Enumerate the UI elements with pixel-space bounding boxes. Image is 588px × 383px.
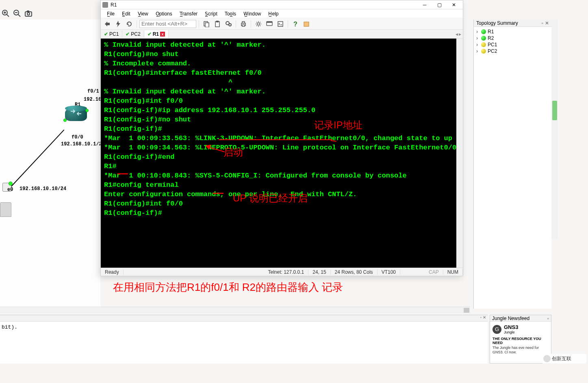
scroll-up-icon[interactable]: [457, 40, 462, 45]
panel-title: Topology Summary: [476, 20, 518, 26]
undock-icon[interactable]: ▫: [480, 315, 482, 321]
tab-pc2[interactable]: ✔PC2: [122, 30, 144, 38]
menu-script[interactable]: S̲cript: [202, 10, 220, 18]
term-line: *Mar 1 00:10:08.843: %SYS-5-CONFIG_I: Co…: [104, 171, 460, 180]
status-dot-icon: [481, 49, 486, 54]
terminal-output[interactable]: % Invalid input detected at '^' marker. …: [101, 39, 463, 268]
expand-icon[interactable]: ›: [476, 48, 480, 54]
term-line: R1(config)#no shut: [104, 50, 460, 59]
expand-icon[interactable]: ›: [476, 42, 480, 48]
zoom-in-icon[interactable]: [1, 9, 11, 18]
term-line: % Invalid input detected at '^' marker.: [104, 40, 460, 50]
help-icon[interactable]: ?: [291, 19, 300, 28]
copy-icon[interactable]: [202, 19, 211, 28]
settings-icon[interactable]: [254, 19, 263, 28]
zoom-out-icon[interactable]: [12, 9, 22, 18]
connect-icon[interactable]: [102, 19, 112, 28]
term-line: % Incomplete command.: [104, 59, 460, 68]
svg-line-5: [18, 14, 20, 17]
tab-label: R1: [153, 31, 159, 37]
close-button[interactable]: ✕: [447, 1, 461, 9]
console-output[interactable]: bit).: [0, 322, 488, 333]
watermark-icon: [543, 355, 551, 362]
session-icon[interactable]: [265, 19, 274, 28]
menu-view[interactable]: V̲iew: [135, 10, 151, 18]
tree-node-r1[interactable]: ›R1: [476, 28, 549, 35]
scroll-down-icon[interactable]: [457, 261, 462, 266]
host-input[interactable]: [139, 20, 196, 28]
tree-node-r2[interactable]: ›R2: [476, 35, 549, 41]
tab-prev-icon[interactable]: ◂: [456, 31, 458, 37]
svg-line-1: [7, 14, 9, 17]
tab-label: PC1: [109, 31, 119, 37]
tab-label: PC2: [131, 31, 140, 37]
svg-point-8: [27, 13, 30, 15]
menu-file[interactable]: F̲ile: [104, 10, 117, 18]
menubar: F̲ile E̲dit V̲iew O̲ptions T̲ransfer S̲c…: [101, 9, 463, 18]
status-cursor: 24, 15: [308, 269, 330, 275]
gns3-icon: G: [493, 325, 501, 334]
console-panel: ▫✕ bit).: [0, 315, 488, 364]
svg-rect-13: [216, 21, 219, 22]
term-line: R1(config-if)#ip address 192.168.10.1 25…: [104, 106, 460, 115]
watermark: 创新互联: [542, 354, 586, 364]
status-size: 24 Rows, 80 Cols: [331, 269, 378, 275]
tab-r1[interactable]: ✔R1x: [144, 30, 169, 38]
print-icon[interactable]: [239, 19, 248, 28]
node-label: R1: [488, 29, 494, 35]
jungle-logo: G GNS3 Jungle: [490, 322, 551, 337]
log-icon[interactable]: [302, 19, 311, 28]
statusbar: Ready Telnet: 127.0.0.1 24, 15 24 Rows, …: [101, 268, 463, 276]
tab-pc1[interactable]: ✔PC1: [101, 30, 122, 38]
menu-tools[interactable]: Too̲ls: [222, 10, 239, 18]
status-caps: CAP: [425, 269, 443, 275]
maximize-button[interactable]: ▢: [432, 1, 447, 9]
close-tab-icon[interactable]: x: [160, 32, 165, 37]
expand-icon[interactable]: ›: [476, 29, 480, 35]
close-panel-icon[interactable]: ✕: [545, 20, 549, 26]
status-dot-icon: [481, 36, 486, 41]
undock-icon[interactable]: ▫: [547, 316, 549, 321]
term-line: % Invalid input detected at '^' marker.: [104, 87, 460, 96]
canvas-horizontal-scrollbar[interactable]: [0, 307, 470, 313]
app-icon: [102, 2, 108, 8]
menu-transfer[interactable]: T̲ransfer: [177, 10, 200, 18]
panel-title: Jungle Newsfeed: [492, 316, 529, 321]
svg-point-19: [257, 23, 260, 25]
svg-rect-17: [242, 22, 245, 23]
securecrt-window: R1 ─ ▢ ✕ F̲ile E̲dit V̲iew O̲ptions T̲ra…: [100, 0, 463, 276]
right-scrollbar[interactable]: [551, 19, 558, 239]
reconnect-icon[interactable]: [124, 19, 134, 28]
svg-rect-21: [267, 22, 272, 23]
script-icon[interactable]: [276, 19, 285, 28]
tree-node-pc1[interactable]: ›PC1: [476, 41, 549, 48]
minimize-button[interactable]: ─: [417, 1, 432, 9]
titlebar[interactable]: R1 ─ ▢ ✕: [101, 0, 463, 9]
iface-label-f00: f0/0: [72, 134, 83, 140]
topology-tree[interactable]: ›R1 ›R2 ›PC1 ›PC2: [474, 27, 551, 56]
console-line: bit).: [2, 324, 17, 330]
router-r1[interactable]: [65, 108, 87, 121]
topology-canvas[interactable]: f0/1 192.168. R1 f0/0 192.168.10.1/24 e0…: [0, 19, 100, 309]
find-icon[interactable]: [223, 19, 233, 28]
window-title: R1: [111, 2, 417, 8]
jungle-headline: THE ONLY RESOURCE YOU NEED: [490, 337, 551, 345]
status-dot-icon: [481, 29, 486, 34]
check-icon: ✔: [126, 31, 130, 37]
menu-edit[interactable]: E̲dit: [119, 10, 133, 18]
iface-dot: [9, 182, 13, 186]
tab-next-icon[interactable]: ▸: [459, 31, 461, 37]
quickconnect-icon[interactable]: [113, 19, 123, 28]
undock-icon[interactable]: ▫: [542, 20, 543, 26]
menu-help[interactable]: H̲elp: [265, 10, 281, 18]
tree-node-pc2[interactable]: ›PC2: [476, 48, 549, 54]
expand-icon[interactable]: ›: [476, 35, 480, 41]
screenshot-icon[interactable]: [24, 9, 33, 18]
net-label-mid: 192.168.10.1/24: [61, 141, 105, 147]
close-panel-icon[interactable]: ✕: [483, 315, 486, 321]
menu-options[interactable]: O̲ptions: [153, 10, 175, 18]
status-ready: Ready: [101, 269, 124, 275]
paste-icon[interactable]: [213, 19, 222, 28]
menu-window[interactable]: W̲indow: [241, 10, 264, 18]
brand-sub: Jungle: [504, 330, 518, 334]
